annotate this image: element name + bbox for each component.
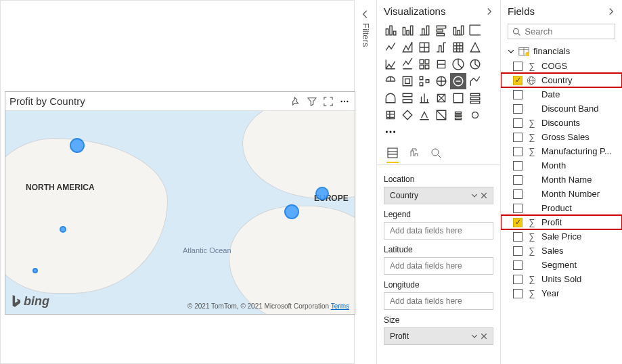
viz-type-icon[interactable] (450, 39, 466, 55)
chevron-right-icon[interactable] (485, 7, 493, 16)
map-bubble[interactable] (70, 138, 85, 153)
viz-type-icon[interactable] (433, 73, 449, 89)
field-checkbox[interactable] (513, 189, 523, 199)
field-row[interactable]: ∑Manufacturing P... (501, 144, 622, 158)
viz-type-icon[interactable] (450, 107, 466, 123)
field-checkbox[interactable] (513, 104, 523, 114)
field-row[interactable]: ∑COGS (501, 59, 622, 73)
filter-icon[interactable] (306, 95, 318, 108)
field-checkbox[interactable] (513, 118, 523, 128)
viz-type-icon[interactable] (382, 39, 399, 55)
field-row[interactable]: ∑Units Sold (501, 272, 622, 286)
viz-type-icon[interactable] (433, 56, 449, 72)
field-checkbox[interactable] (513, 133, 523, 142)
viz-type-icon[interactable] (416, 90, 432, 106)
field-checkbox[interactable] (513, 246, 523, 256)
field-row[interactable]: Segment (501, 258, 622, 272)
viz-type-icon[interactable] (467, 56, 483, 72)
pin-icon[interactable] (290, 95, 302, 108)
visual-card-map[interactable]: Profit by Country NORTH AMERICA EUROPE A… (5, 91, 355, 315)
field-checkbox[interactable] (513, 204, 523, 213)
viz-type-icon[interactable] (416, 107, 432, 123)
fieldwell-slot[interactable]: Add data fields here (384, 222, 493, 240)
field-row[interactable]: Month Name (501, 173, 622, 187)
field-checkbox[interactable] (513, 175, 523, 185)
viz-type-icon[interactable] (450, 22, 466, 39)
field-row[interactable]: ∑Sales (501, 244, 622, 258)
search-input[interactable] (525, 26, 610, 37)
viz-type-icon[interactable] (399, 73, 416, 89)
tab-analytics[interactable] (430, 147, 442, 163)
viz-type-icon[interactable] (450, 90, 466, 106)
more-icon[interactable] (338, 95, 351, 108)
field-checkbox[interactable] (513, 161, 523, 170)
fieldwell-slot[interactable]: Add data fields here (384, 292, 493, 310)
map-bubble[interactable] (315, 187, 329, 200)
field-checkbox[interactable]: ✓ (513, 218, 523, 227)
viz-type-icon[interactable] (433, 39, 449, 55)
field-row[interactable]: ✓∑Profit (501, 215, 622, 229)
viz-type-icon[interactable] (416, 39, 432, 55)
viz-type-icon[interactable] (382, 107, 399, 123)
viz-type-icon[interactable] (467, 90, 483, 106)
field-row[interactable]: Product (501, 201, 622, 215)
fieldwell-slot[interactable]: Profit (384, 327, 493, 345)
remove-icon[interactable] (481, 333, 487, 340)
field-checkbox[interactable] (513, 289, 523, 298)
chevron-down-icon[interactable] (471, 333, 478, 340)
map-bubble[interactable] (32, 268, 38, 273)
field-checkbox[interactable] (513, 147, 523, 156)
fieldwell-slot[interactable]: Add data fields here (384, 257, 493, 275)
field-row[interactable]: ✓Country (501, 73, 622, 87)
viz-type-icon[interactable] (399, 107, 416, 123)
viz-type-icon[interactable] (433, 22, 449, 39)
tab-format[interactable] (408, 147, 420, 163)
viz-type-icon[interactable] (399, 56, 416, 72)
viz-type-icon[interactable] (382, 56, 399, 72)
search-box[interactable] (508, 24, 615, 39)
chevron-down-icon[interactable] (471, 192, 478, 199)
field-row[interactable]: ∑Year (501, 286, 622, 300)
field-checkbox[interactable] (513, 260, 523, 270)
tab-fields[interactable] (386, 147, 399, 163)
viz-type-icon[interactable] (382, 22, 399, 39)
viz-type-icon[interactable] (416, 56, 432, 72)
viz-type-icon[interactable] (467, 107, 483, 123)
filters-pane-collapsed[interactable]: Filters (359, 9, 372, 57)
field-row[interactable]: ∑Gross Sales (501, 130, 622, 144)
terms-link[interactable]: Terms (331, 302, 349, 310)
field-checkbox[interactable] (513, 232, 523, 242)
viz-type-icon[interactable] (467, 22, 483, 39)
viz-type-icon[interactable] (467, 73, 483, 89)
field-row[interactable]: Discount Band (501, 101, 622, 116)
field-row[interactable]: Date (501, 87, 622, 101)
field-checkbox[interactable] (513, 62, 523, 71)
field-checkbox[interactable]: ✓ (513, 76, 523, 85)
viz-type-icon[interactable] (399, 39, 416, 55)
map-body[interactable]: NORTH AMERICA EUROPE Atlantic Ocean bing… (5, 111, 355, 314)
viz-type-icon[interactable] (467, 39, 483, 55)
field-checkbox[interactable] (513, 275, 523, 284)
field-checkbox[interactable] (513, 90, 523, 99)
field-row[interactable]: ∑Discounts (501, 116, 622, 130)
viz-type-icon[interactable] (399, 90, 416, 106)
map-bubble[interactable] (60, 226, 66, 233)
viz-type-icon[interactable] (433, 107, 449, 123)
fieldwell-slot[interactable]: Country (384, 187, 493, 204)
viz-more-icon[interactable] (382, 124, 399, 140)
viz-type-icon[interactable] (416, 73, 432, 89)
viz-type-icon[interactable] (382, 73, 399, 89)
map-bubble[interactable] (284, 204, 299, 219)
field-row[interactable]: ∑Sale Price (501, 229, 622, 244)
viz-type-icon[interactable] (433, 90, 449, 106)
table-node[interactable]: financials (501, 43, 622, 59)
viz-type-icon[interactable] (450, 56, 466, 72)
remove-icon[interactable] (481, 192, 487, 199)
viz-type-icon[interactable] (382, 90, 399, 106)
viz-type-icon[interactable] (399, 22, 416, 39)
viz-type-icon[interactable] (416, 22, 432, 39)
viz-type-icon[interactable] (450, 73, 466, 89)
focus-mode-icon[interactable] (322, 95, 334, 108)
field-row[interactable]: Month Number (501, 187, 622, 201)
chevron-right-icon[interactable] (607, 7, 615, 16)
